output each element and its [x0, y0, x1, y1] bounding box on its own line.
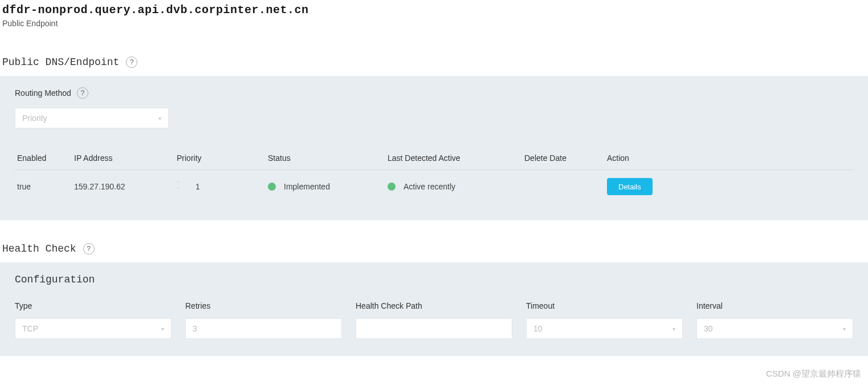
th-deletedate: Delete Date [524, 153, 607, 163]
dns-section-heading: Public DNS/Endpoint ? [0, 56, 868, 68]
routing-label-text: Routing Method [15, 88, 71, 98]
priority-stepper[interactable]: ˄ ˅ [177, 180, 180, 193]
page-title: dfdr-nonprod.query.api.dvb.corpinter.net… [2, 3, 866, 17]
status-text: Implemented [284, 182, 330, 191]
th-action: Action [607, 153, 778, 163]
th-ip: IP Address [74, 153, 177, 163]
interval-label: Interval [696, 301, 853, 310]
dns-heading-text: Public DNS/Endpoint [2, 56, 119, 68]
help-icon[interactable]: ? [83, 243, 95, 254]
health-heading-text: Health Check [2, 243, 76, 254]
field-type: Type TCP ▾ [15, 301, 172, 339]
chevron-down-icon: ▾ [843, 326, 846, 332]
table-header-row: Enabled IP Address Priority Status Last … [15, 153, 853, 170]
healthpath-label: Health Check Path [356, 301, 512, 310]
routing-method-value: Priority [22, 114, 47, 123]
cell-lastactive: Active recently [388, 182, 524, 191]
interval-select[interactable]: 30 ▾ [696, 318, 853, 339]
field-interval: Interval 30 ▾ [696, 301, 853, 339]
page-header: dfdr-nonprod.query.api.dvb.corpinter.net… [0, 0, 868, 34]
field-retries: Retries [185, 301, 342, 339]
type-select[interactable]: TCP ▾ [15, 318, 172, 339]
th-lastactive: Last Detected Active [388, 153, 524, 163]
routing-method-select[interactable]: Priority ▾ [15, 108, 169, 128]
timeout-label: Timeout [526, 301, 683, 310]
cell-action: Details [607, 178, 778, 195]
retries-input[interactable] [185, 318, 342, 339]
type-value: TCP [22, 324, 38, 333]
interval-value: 30 [704, 324, 713, 333]
type-label: Type [15, 301, 172, 310]
details-button[interactable]: Details [607, 178, 653, 195]
routing-method-label: Routing Method ? [15, 87, 853, 99]
retries-label: Retries [185, 301, 342, 310]
cell-priority: ˄ ˅ 1 [177, 180, 268, 193]
dns-panel: Routing Method ? Priority ▾ Enabled IP A… [0, 76, 868, 220]
th-priority: Priority [177, 153, 268, 163]
field-timeout: Timeout 10 ▾ [526, 301, 683, 339]
chevron-down-icon: ˅ [177, 187, 180, 193]
cell-status: Implemented [268, 182, 388, 191]
lastactive-text: Active recently [404, 182, 455, 191]
table-row: true 159.27.190.62 ˄ ˅ 1 Implemented Act… [15, 170, 853, 203]
status-dot-icon [388, 183, 396, 191]
help-icon[interactable]: ? [126, 56, 137, 68]
status-dot-icon [268, 183, 276, 191]
chevron-up-icon: ˄ [177, 180, 180, 186]
timeout-select[interactable]: 10 ▾ [526, 318, 683, 339]
chevron-down-icon: ▾ [161, 326, 164, 332]
endpoint-table: Enabled IP Address Priority Status Last … [15, 153, 853, 203]
timeout-value: 10 [533, 324, 543, 333]
healthpath-input[interactable] [356, 318, 512, 339]
cell-ip: 159.27.190.62 [74, 182, 177, 191]
page-subtitle: Public Endpoint [2, 19, 866, 28]
th-status: Status [268, 153, 388, 163]
help-icon[interactable]: ? [77, 87, 88, 99]
health-panel: Configuration Type TCP ▾ Retries Health … [0, 262, 868, 356]
chevron-down-icon: ▾ [158, 115, 161, 122]
chevron-down-icon: ▾ [673, 326, 675, 332]
field-healthpath: Health Check Path [356, 301, 512, 339]
config-heading: Configuration [15, 274, 853, 285]
th-enabled: Enabled [17, 153, 74, 163]
cell-enabled: true [17, 182, 74, 191]
config-row: Type TCP ▾ Retries Health Check Path Tim… [15, 301, 853, 339]
priority-value: 1 [195, 182, 200, 191]
health-section-heading: Health Check ? [0, 243, 868, 254]
